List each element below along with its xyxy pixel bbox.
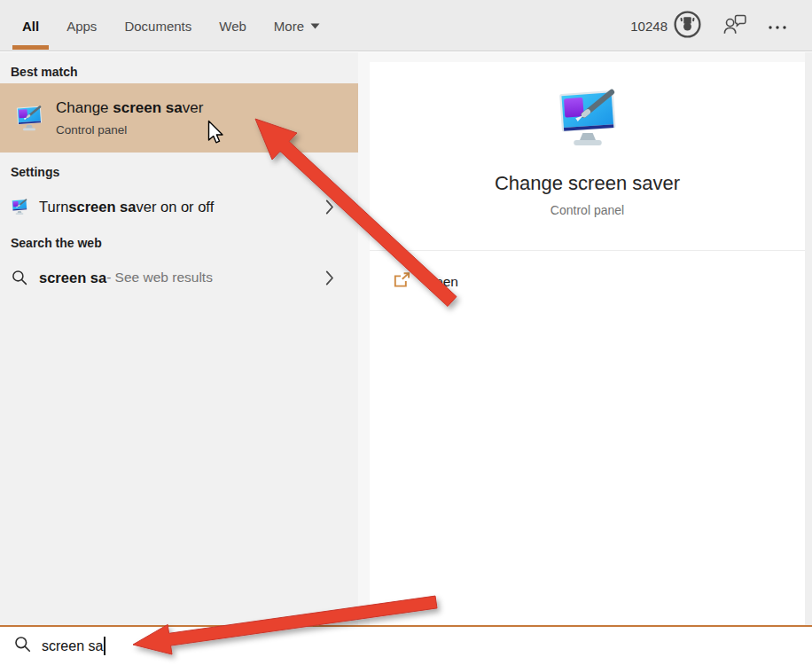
windows-search-flyout: All Apps Documents Web More 10248	[0, 0, 812, 665]
section-header-best-match: Best match	[11, 65, 77, 79]
tab-all[interactable]: All	[22, 0, 39, 51]
overflow-menu-button[interactable]	[768, 18, 787, 34]
medal-icon	[673, 10, 702, 43]
section-header-settings: Settings	[11, 165, 59, 179]
screen-saver-icon	[15, 104, 43, 136]
filter-tabs: All Apps Documents Web More	[22, 0, 320, 51]
person-chat-icon	[723, 14, 746, 38]
open-external-icon	[394, 272, 410, 292]
rewards-points: 10248	[630, 19, 668, 34]
search-icon	[12, 270, 27, 289]
rewards-button[interactable]: 10248	[630, 10, 702, 43]
chevron-down-icon	[310, 23, 320, 29]
best-match-text: Change screen saver Control panel	[56, 97, 203, 139]
screen-saver-icon	[555, 85, 621, 153]
tab-web[interactable]: Web	[219, 0, 246, 51]
settings-result-turn-screen-saver[interactable]: Turn screen saver on or off	[0, 189, 358, 224]
search-input[interactable]: screen sa	[0, 625, 812, 665]
tab-documents-label: Documents	[124, 19, 191, 34]
scrollbar-gutter[interactable]	[805, 52, 812, 625]
tab-apps-label: Apps	[66, 19, 97, 34]
preview-panel: Change screen saver Control panel Open	[358, 52, 812, 625]
web-search-result[interactable]: screen sa - See web results	[0, 260, 358, 295]
preview-subtitle: Control panel	[370, 203, 805, 217]
tab-more-label: More	[274, 19, 304, 34]
settings-result-label: Turn screen saver on or off	[39, 189, 214, 224]
search-icon	[14, 636, 31, 656]
results-panel: Best match Change screen saver Control p…	[0, 52, 358, 625]
search-filter-bar: All Apps Documents Web More 10248	[0, 0, 812, 51]
tab-all-label: All	[22, 19, 39, 34]
feedback-button[interactable]	[723, 14, 746, 38]
ellipsis-icon	[768, 18, 787, 34]
tab-more[interactable]: More	[274, 0, 320, 51]
best-match-subtitle: Control panel	[56, 121, 203, 139]
tab-documents[interactable]: Documents	[124, 0, 191, 51]
open-action-label: Open	[425, 274, 458, 290]
topbar-actions: 10248	[630, 0, 787, 51]
open-action-button[interactable]: Open	[394, 265, 458, 299]
search-query-text: screen sa	[42, 638, 103, 654]
tab-apps[interactable]: Apps	[66, 0, 97, 51]
tab-web-label: Web	[219, 19, 246, 34]
chevron-right-icon[interactable]	[325, 200, 334, 218]
text-cursor	[104, 637, 105, 655]
preview-card: Change screen saver Control panel Open	[370, 62, 805, 625]
divider	[370, 250, 805, 251]
preview-title: Change screen saver	[370, 172, 805, 195]
chevron-right-icon[interactable]	[325, 270, 334, 289]
web-search-label: screen sa - See web results	[39, 260, 213, 295]
best-match-title: Change screen saver	[56, 97, 203, 120]
best-match-result[interactable]: Change screen saver Control panel	[0, 83, 358, 153]
section-header-search-web: Search the web	[11, 236, 102, 250]
screen-saver-icon	[11, 198, 28, 219]
